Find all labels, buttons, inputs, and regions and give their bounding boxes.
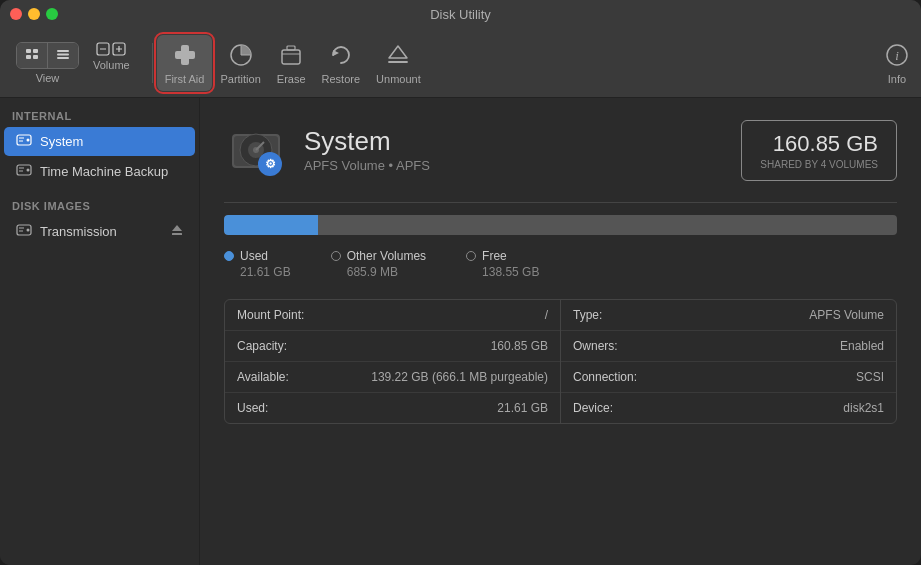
view-expand-btn[interactable] [48,43,78,68]
info-label: Info [888,73,906,85]
unmount-button[interactable]: Unmount [368,35,429,91]
first-aid-icon [171,41,199,69]
first-aid-button[interactable]: First Aid [157,35,213,91]
sidebar-item-system[interactable]: System [4,127,195,156]
svg-rect-6 [57,57,69,59]
usage-legend: Used 21.61 GB Other Volumes 685.9 MB Fre… [224,249,897,279]
svg-text:i: i [895,48,899,63]
erase-label: Erase [277,73,306,85]
minimize-button[interactable] [28,8,40,20]
legend-used-dot [224,251,234,261]
info-key-type: Type: [573,308,602,322]
info-row-capacity: Capacity: 160.85 GB [225,331,560,362]
info-key-capacity: Capacity: [237,339,287,353]
view-list-btn[interactable] [17,43,48,68]
info-key-available: Available: [237,370,289,384]
info-button[interactable]: i Info [883,41,911,85]
time-machine-icon [16,162,32,181]
legend-other: Other Volumes 685.9 MB [331,249,426,279]
title-bar: Disk Utility [0,0,921,28]
legend-free-label: Free [482,249,507,263]
sidebar-section-disk-images: Disk Images [0,196,199,216]
disk-name: System [304,127,725,156]
info-val-device: disk2s1 [843,401,884,415]
volume-button[interactable]: Volume [87,38,136,88]
svg-rect-13 [175,51,195,59]
usage-bar-used [224,215,318,235]
svg-rect-4 [57,50,69,52]
svg-rect-19 [287,46,295,50]
sidebar-item-transmission[interactable]: Transmission [4,217,195,246]
view-label: View [36,72,60,84]
sidebar-item-time-machine[interactable]: Time Machine Backup [4,157,195,186]
view-segmented[interactable] [16,42,79,69]
legend-used-value: 21.61 GB [240,265,291,279]
partition-label: Partition [220,73,260,85]
svg-rect-3 [33,55,38,59]
restore-icon [327,41,355,69]
legend-other-header: Other Volumes [331,249,426,263]
restore-label: Restore [322,73,361,85]
info-table: Mount Point: / Capacity: 160.85 GB Avail… [224,299,897,424]
disk-subtitle: APFS Volume • APFS [304,158,725,173]
svg-rect-2 [26,55,31,59]
info-val-owners: Enabled [840,339,884,353]
sidebar-item-system-label: System [40,134,83,149]
info-key-used: Used: [237,401,268,415]
legend-used-header: Used [224,249,291,263]
partition-button[interactable]: Partition [212,35,268,91]
svg-marker-21 [389,46,407,58]
svg-rect-17 [282,50,300,64]
view-volume-group: View Volume [10,38,136,88]
maximize-button[interactable] [46,8,58,20]
legend-free-header: Free [466,249,539,263]
legend-free: Free 138.55 GB [466,249,539,279]
disk-size-box: 160.85 GB SHARED BY 4 VOLUMES [741,120,897,181]
first-aid-label: First Aid [165,73,205,85]
svg-point-34 [27,229,30,232]
legend-used: Used 21.61 GB [224,249,291,279]
info-row-type: Type: APFS Volume [561,300,896,331]
content-panel: ⚙ System APFS Volume • APFS 160.85 GB SH… [200,98,921,565]
partition-icon [227,41,255,69]
unmount-icon [384,41,412,69]
erase-button[interactable]: Erase [269,35,314,91]
disk-size-shared: SHARED BY 4 VOLUMES [760,159,878,170]
main-content: Internal System [0,98,921,565]
info-val-type: APFS Volume [809,308,884,322]
legend-other-label: Other Volumes [347,249,426,263]
svg-point-30 [27,169,30,172]
info-row-used: Used: 21.61 GB [225,393,560,423]
legend-used-label: Used [240,249,268,263]
info-row-device: Device: disk2s1 [561,393,896,423]
info-key-owners: Owners: [573,339,618,353]
svg-point-26 [27,139,30,142]
eject-button[interactable] [171,224,183,239]
svg-rect-1 [33,49,38,53]
info-icon: i [883,41,911,69]
legend-other-value: 685.9 MB [347,265,426,279]
erase-icon [277,41,305,69]
info-val-available: 139.22 GB (666.1 MB purgeable) [371,370,548,384]
info-key-connection: Connection: [573,370,637,384]
view-button[interactable]: View [10,38,85,88]
info-row-owners: Owners: Enabled [561,331,896,362]
separator-1 [224,202,897,203]
volume-label: Volume [93,59,130,71]
info-key-mount: Mount Point: [237,308,304,322]
info-val-mount: / [545,308,548,322]
window-title: Disk Utility [430,7,491,22]
disk-icon: ⚙ [224,118,288,182]
sidebar-item-transmission-label: Transmission [40,224,117,239]
toolbar: View Volume [0,28,921,98]
svg-text:⚙: ⚙ [265,157,276,171]
close-button[interactable] [10,8,22,20]
legend-free-value: 138.55 GB [482,265,539,279]
disk-header: ⚙ System APFS Volume • APFS 160.85 GB SH… [224,118,897,182]
disk-info: System APFS Volume • APFS [304,127,725,174]
restore-button[interactable]: Restore [314,35,369,91]
info-val-connection: SCSI [856,370,884,384]
info-col-left: Mount Point: / Capacity: 160.85 GB Avail… [225,300,561,423]
svg-rect-5 [57,53,69,55]
info-key-device: Device: [573,401,613,415]
